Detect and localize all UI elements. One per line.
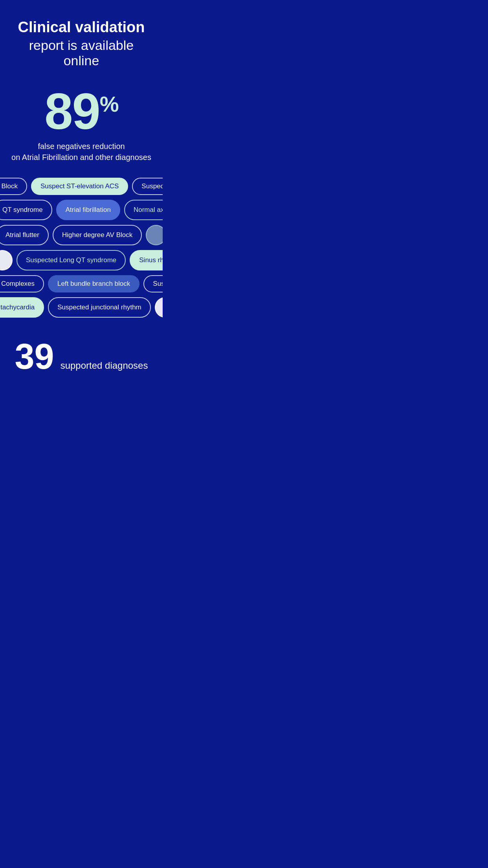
tag-circle-3[interactable] [0, 250, 13, 270]
tag-atrial-fib[interactable]: Atrial fibrillation [56, 200, 120, 220]
tag-qt-syndrome[interactable]: QT syndrome [0, 200, 52, 220]
tag-circle-4[interactable] [155, 297, 163, 318]
tag-atrial-flutter[interactable]: Atrial flutter [0, 225, 49, 245]
footer-section: 39 supported diagnoses [0, 326, 163, 393]
tags-row-2: QT syndrome Atrial fibrillation Normal a… [0, 197, 131, 223]
tags-row-1: e AV Block Suspect ST-elevation ACS Susp… [0, 175, 139, 197]
tags-row-6: Sinus tachycardia Suspected junctional r… [0, 295, 135, 320]
header-section: Clinical validation report is available … [0, 0, 163, 78]
stat-section: 89% false negatives reduction on Atrial … [0, 78, 163, 169]
tag-long-qt[interactable]: Suspected Long QT syndrome [17, 250, 126, 270]
page-container: Clinical validation report is available … [0, 0, 163, 393]
tag-st-elevation[interactable]: Suspect ST-elevation ACS [31, 178, 128, 195]
tags-row-3: Atrial flutter Higher degree AV Block Pa… [0, 223, 159, 248]
footer-number: 39 [15, 339, 54, 374]
tag-lbbb[interactable]: Left bundle branch block [48, 275, 139, 292]
tag-av-block[interactable]: e AV Block [0, 178, 27, 195]
header-subtitle: report is available online [9, 38, 153, 68]
stat-number: 89% [9, 86, 153, 137]
tags-section: e AV Block Suspect ST-elevation ACS Susp… [0, 169, 163, 326]
tag-higher-av-block[interactable]: Higher degree AV Block [53, 225, 142, 245]
tag-suspec[interactable]: Suspec... [143, 275, 163, 292]
tag-normal-axis[interactable]: Normal axis [124, 200, 163, 220]
tag-sinus-tachy[interactable]: Sinus tachycardia [0, 297, 44, 318]
tag-junctional-rhythm[interactable]: Suspected junctional rhythm [48, 297, 151, 318]
tag-circle-2[interactable] [146, 225, 163, 245]
tag-sinus-rhythm[interactable]: Sinus rhythm [130, 250, 163, 270]
footer-label: supported diagnoses [61, 360, 148, 371]
header-title: Clinical validation [9, 19, 153, 36]
stat-label: false negatives reduction on Atrial Fibr… [9, 141, 153, 163]
tag-suspected-junction[interactable]: Suspected junctio... [132, 178, 163, 195]
tags-row-5: ture Complexes Left bundle branch block … [0, 273, 141, 295]
tags-row-4: Suspected Long QT syndrome Sinus rhythm [0, 248, 155, 273]
tag-complexes[interactable]: ture Complexes [0, 275, 44, 292]
